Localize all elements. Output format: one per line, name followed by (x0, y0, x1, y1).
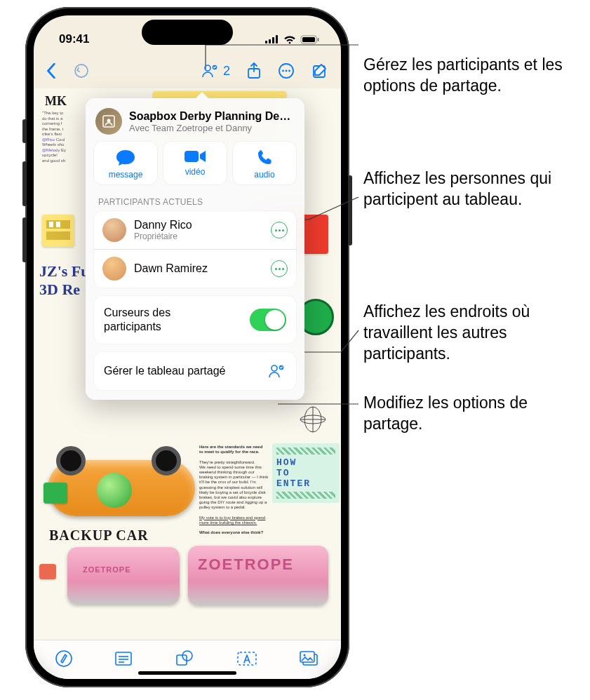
avatar (102, 218, 126, 242)
collaboration-button[interactable]: 2 (201, 63, 230, 79)
manage-label: Gérer le tableau partagé (104, 365, 225, 377)
collaboration-popover: Soapbox Derby Planning De… Avec Team Zoe… (86, 98, 304, 400)
svg-point-14 (288, 70, 290, 72)
svg-rect-2 (272, 37, 274, 43)
handwriting-text: JZ's Fu 3D Re (39, 262, 90, 299)
svg-point-13 (286, 70, 288, 72)
svg-rect-0 (265, 41, 267, 43)
compose-button[interactable] (311, 62, 328, 79)
svg-rect-18 (49, 222, 53, 227)
canvas-paragraph: Here are the standards we needto meet to… (199, 445, 269, 535)
silence-switch (22, 119, 27, 143)
participant-more-button[interactable] (271, 260, 288, 277)
howto-line: TO (276, 468, 335, 478)
pen-tool-button[interactable] (55, 649, 73, 671)
home-indicator[interactable] (138, 671, 236, 675)
svg-rect-6 (318, 38, 319, 41)
power-button (348, 175, 352, 245)
svg-rect-3 (276, 35, 278, 43)
cursors-label: Curseurs des participants (104, 306, 230, 334)
sticky-note[interactable] (42, 215, 74, 247)
status-time: 09:41 (59, 32, 89, 46)
participant-name: Danny Rico (134, 219, 263, 231)
backup-car-label: BACKUP CAR (49, 527, 149, 544)
back-button[interactable] (46, 63, 56, 79)
svg-point-8 (205, 65, 210, 71)
video-button[interactable]: vidéo (163, 142, 227, 184)
battery-icon (300, 35, 320, 44)
undo-button[interactable] (73, 63, 90, 79)
svg-rect-30 (116, 652, 131, 665)
svg-point-27 (271, 365, 277, 371)
callout-text: Affichez les endroits où travaillent les… (363, 302, 588, 365)
svg-rect-5 (302, 37, 315, 42)
cellular-icon (265, 35, 279, 43)
video-label: vidéo (185, 167, 206, 177)
callout-text: Modifiez les options de partage. (363, 393, 588, 435)
media-tool-button[interactable] (299, 650, 320, 670)
callout-text: Affichez les personnes qui participent a… (363, 168, 588, 210)
shapes-tool-button[interactable] (175, 649, 194, 671)
manage-shared-board-row[interactable]: Gérer le tableau partagé (94, 352, 296, 390)
message-icon (115, 149, 136, 167)
svg-point-7 (75, 65, 88, 77)
howto-card[interactable]: HOW TO ENTER (272, 443, 340, 503)
text-tool-button[interactable] (236, 650, 257, 670)
dynamic-island (142, 20, 233, 45)
howto-line: ENTER (276, 478, 335, 489)
phone-icon (255, 149, 274, 167)
message-button[interactable]: message (94, 142, 157, 184)
more-button[interactable] (278, 62, 295, 79)
car-illustration (48, 460, 195, 516)
photo-thumbnail[interactable]: ZOETROPE (67, 547, 180, 605)
top-toolbar: 2 (34, 55, 341, 87)
screen: 09:41 (34, 15, 341, 679)
share-button[interactable] (247, 62, 261, 79)
sticky-note[interactable] (43, 483, 67, 504)
svg-point-35 (182, 651, 192, 661)
participant-row[interactable]: Danny Rico Propriétaire (94, 211, 296, 249)
volume-down (22, 217, 27, 262)
collab-count-label: 2 (223, 64, 230, 79)
svg-point-25 (107, 119, 111, 123)
sticky-tool-button[interactable] (114, 651, 133, 669)
audio-button[interactable]: audio (233, 142, 296, 184)
avatar (102, 257, 126, 281)
howto-line: HOW (276, 457, 335, 468)
svg-point-39 (304, 654, 306, 656)
volume-up (22, 161, 27, 206)
popover-title: Soapbox Derby Planning De… (129, 110, 295, 123)
audio-label: audio (254, 170, 274, 180)
participant-name: Dawn Ramirez (134, 262, 263, 275)
popover-subtitle: Avec Team Zoetrope et Danny (129, 123, 295, 133)
collaboration-icon (268, 363, 286, 379)
photo-thumbnail[interactable]: ZOETROPE (188, 546, 328, 605)
message-label: message (109, 170, 143, 180)
participants-list: Danny Rico Propriétaire Dawn Ramirez (94, 211, 296, 288)
wifi-icon (283, 35, 296, 44)
svg-point-29 (56, 651, 72, 666)
iphone-frame: 09:41 (25, 7, 349, 687)
cursors-toggle[interactable] (250, 309, 286, 331)
participants-header: PARTICIPANTS ACTUELS (94, 184, 296, 211)
canvas-sketch (299, 405, 327, 433)
svg-rect-17 (46, 231, 70, 240)
participant-row[interactable]: Dawn Ramirez (94, 249, 296, 288)
svg-rect-26 (185, 151, 199, 162)
svg-rect-36 (238, 652, 256, 665)
canvas-text: MK (45, 94, 67, 109)
video-icon (184, 149, 206, 164)
svg-rect-19 (56, 222, 60, 227)
participant-more-button[interactable] (271, 222, 288, 238)
participant-role: Propriétaire (134, 231, 263, 241)
participant-cursors-row: Curseurs des participants (94, 296, 296, 344)
sticky-note[interactable] (39, 564, 56, 579)
svg-point-12 (282, 70, 284, 72)
board-avatar (95, 108, 122, 135)
callout-text: Gérez les participants et les options de… (363, 55, 588, 97)
svg-rect-1 (269, 39, 271, 43)
